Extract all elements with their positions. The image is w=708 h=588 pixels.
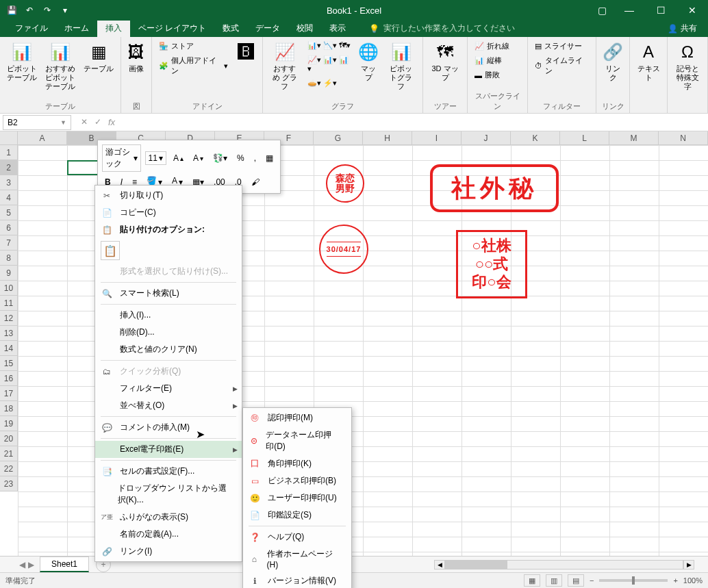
sparkline-wl-button[interactable]: ▬勝敗 <box>472 68 512 81</box>
col-header[interactable]: A <box>18 131 67 144</box>
row-header[interactable]: 1 <box>0 145 17 160</box>
sheet-tab-1[interactable]: Sheet1 <box>40 557 89 572</box>
tab-home[interactable]: ホーム <box>56 20 97 37</box>
sub-help[interactable]: ❓ヘルプ(Q) <box>243 528 351 546</box>
row-header[interactable]: 18 <box>0 401 17 416</box>
chart-line-button[interactable]: 📈▾ 📊▾ 📊▾ <box>305 54 354 75</box>
sub-version[interactable]: ℹバージョン情報(V) <box>243 572 351 588</box>
recommended-charts-button[interactable]: 📈おすすめ グラフ <box>267 40 302 93</box>
recommended-pivot-button[interactable]: 📊おすすめ ピボットテーブル <box>42 40 78 93</box>
timeline-button[interactable]: ⏱タイムライン <box>532 54 592 77</box>
name-box[interactable]: B2 ▼ <box>3 115 71 130</box>
ctx-sort[interactable]: 並べ替え(O)▶ <box>95 397 242 414</box>
pictures-button[interactable]: 🖼画像 <box>125 40 147 75</box>
symbols-button[interactable]: Ω記号と 特殊文字 <box>672 40 703 93</box>
row-header[interactable]: 14 <box>0 341 17 356</box>
tab-review[interactable]: 校閲 <box>288 20 321 37</box>
sheet-prev-icon[interactable]: ◀ <box>19 560 25 570</box>
ctx-format-cells[interactable]: 📑セルの書式設定(F)... <box>95 463 242 480</box>
sub-settings[interactable]: 📄印鑑設定(S) <box>243 507 351 524</box>
view-page-layout-icon[interactable]: ▥ <box>546 574 562 587</box>
ctx-insert-comment[interactable]: 💬コメントの挿入(M) <box>95 419 242 436</box>
map-3d-button[interactable]: 🗺3D マッ プ <box>427 40 463 84</box>
row-header[interactable]: 11 <box>0 296 17 311</box>
row-header[interactable]: 2 <box>0 160 17 175</box>
redo-icon[interactable]: ↷ <box>41 4 53 16</box>
row-header[interactable]: 19 <box>0 416 17 431</box>
link-button[interactable]: 🔗リン ク <box>600 40 625 84</box>
scroll-right-icon[interactable]: ▶ <box>683 560 694 570</box>
sparkline-col-button[interactable]: 📊縦棒 <box>472 54 512 67</box>
col-header[interactable]: L <box>560 131 609 144</box>
decrease-font-icon[interactable]: A▾ <box>190 152 206 164</box>
row-header[interactable]: 6 <box>0 220 17 235</box>
accounting-format-icon[interactable]: 💱▾ <box>210 152 230 164</box>
ctx-define-name[interactable]: 名前の定義(A)... <box>95 526 242 543</box>
ctx-delete[interactable]: 削除(D)... <box>95 324 242 341</box>
row-header[interactable]: 15 <box>0 356 17 371</box>
store-button[interactable]: 🏪ストア <box>156 40 231 53</box>
tab-page-layout[interactable]: ページ レイアウト <box>130 20 214 37</box>
horizontal-scrollbar[interactable]: ◀ ▶ <box>434 559 694 570</box>
zoom-in-icon[interactable]: + <box>673 576 677 585</box>
bing-maps-button[interactable]: 🅱 <box>233 40 258 64</box>
share-button[interactable]: 👤 共有 <box>662 20 703 37</box>
row-header[interactable]: 10 <box>0 281 17 296</box>
chart-pie-button[interactable]: 🥧▾ ⚡▾ <box>305 77 354 89</box>
view-page-break-icon[interactable]: ▤ <box>568 574 584 587</box>
scroll-thumb[interactable] <box>446 561 507 569</box>
slicer-button[interactable]: ▤スライサー <box>532 40 592 53</box>
row-header[interactable]: 12 <box>0 311 17 326</box>
ctx-excel-stamp[interactable]: Excel電子印鑑(E)▶ <box>95 441 242 458</box>
row-header[interactable]: 17 <box>0 386 17 401</box>
ctx-link[interactable]: 🔗リンク(I) <box>95 543 242 560</box>
row-header[interactable]: 4 <box>0 190 17 205</box>
minimize-button[interactable]: — <box>614 0 645 21</box>
col-header[interactable]: H <box>363 131 412 144</box>
font-size-select[interactable]: 11 ▾ <box>145 151 166 165</box>
tab-data[interactable]: データ <box>247 20 288 37</box>
ctx-filter[interactable]: フィルター(E)▶ <box>95 380 242 397</box>
maps-button[interactable]: 🌐マッ プ <box>356 40 381 84</box>
tell-me-search[interactable]: 💡 実行したい作業を入力してください <box>364 20 520 37</box>
row-header[interactable]: 22 <box>0 461 17 476</box>
format-painter-icon[interactable]: 🖌 <box>249 176 262 188</box>
save-icon[interactable]: 💾 <box>5 4 18 16</box>
scroll-left-icon[interactable]: ◀ <box>434 560 445 570</box>
ribbon-options-icon[interactable]: ▢ <box>590 0 614 21</box>
col-header[interactable]: K <box>511 131 560 144</box>
chart-bar-button[interactable]: 📊▾ 📉▾ 🗺▾ <box>305 40 354 51</box>
col-header[interactable]: N <box>659 131 708 144</box>
col-header[interactable]: G <box>314 131 363 144</box>
row-header[interactable]: 8 <box>0 251 17 266</box>
row-header[interactable]: 21 <box>0 446 17 461</box>
enter-formula-icon[interactable]: ✓ <box>94 117 101 127</box>
sparkline-line-button[interactable]: 📈折れ線 <box>472 40 512 53</box>
sub-dataname[interactable]: ⊝データネーム印押印(D) <box>243 426 351 455</box>
ctx-dropdown-list[interactable]: ドロップダウン リストから選択(K)... <box>95 480 242 509</box>
qat-customize-icon[interactable]: ▾ <box>59 4 71 16</box>
col-header[interactable]: M <box>609 131 659 144</box>
merge-icon[interactable]: ▦ <box>263 152 276 164</box>
sub-square[interactable]: 囗角印押印(K) <box>243 455 351 472</box>
ctx-clear[interactable]: 数式と値のクリア(N) <box>95 341 242 358</box>
ctx-smart-lookup[interactable]: 🔍スマート検索(L) <box>95 285 242 302</box>
sub-user[interactable]: 🙂ユーザー印押印(U) <box>243 489 351 507</box>
paste-option-icon[interactable]: 📋 <box>101 241 120 260</box>
row-header[interactable]: 20 <box>0 431 17 446</box>
text-button[interactable]: Aテキスト <box>634 40 663 84</box>
row-header[interactable]: 5 <box>0 205 17 220</box>
pivot-table-button[interactable]: 📊ピボット テーブル <box>4 40 40 84</box>
maximize-button[interactable]: ☐ <box>645 0 677 21</box>
row-header[interactable]: 23 <box>0 476 17 491</box>
undo-icon[interactable]: ↶ <box>23 4 36 16</box>
row-header[interactable]: 16 <box>0 371 17 386</box>
chevron-down-icon[interactable]: ▼ <box>60 119 66 126</box>
ctx-cut[interactable]: ✂切り取り(T) <box>95 187 242 204</box>
close-button[interactable]: ✕ <box>677 0 708 21</box>
zoom-level[interactable]: 100% <box>683 576 703 585</box>
row-header[interactable]: 9 <box>0 266 17 281</box>
view-normal-icon[interactable]: ▦ <box>524 574 540 587</box>
font-select[interactable]: 游ゴシック ▾ <box>102 144 141 172</box>
sub-business[interactable]: ▭ビジネス印押印(B) <box>243 472 351 489</box>
